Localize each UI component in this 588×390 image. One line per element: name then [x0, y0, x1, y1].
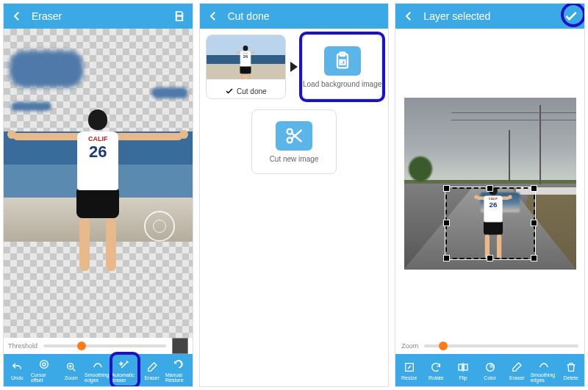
tool-resize[interactable]: Resize: [395, 354, 423, 386]
threshold-row: Threshold: [4, 338, 193, 354]
svg-point-7: [287, 129, 293, 134]
bottom-toolbar: Resize Rotate Flip Color Eraser Smoothin…: [395, 354, 584, 386]
bottom-row: Cut new image: [251, 109, 337, 174]
edited-photo: CALIF 26: [4, 29, 193, 338]
panel-eraser: Eraser CALIF 26: [3, 3, 193, 387]
tool-zoom[interactable]: Zoom: [57, 354, 85, 386]
svg-point-1: [40, 361, 49, 369]
tool-label: Color: [484, 375, 496, 380]
cursor-offset-icon: [37, 358, 51, 371]
tool-automatic-eraser[interactable]: Automatic eraser: [112, 354, 139, 386]
svg-point-0: [43, 363, 46, 366]
undo-icon: [10, 361, 24, 374]
eraser-icon: [146, 361, 159, 374]
smoothing-icon: [537, 358, 551, 371]
tool-smoothing-edges[interactable]: Smoothing edges: [85, 354, 112, 386]
cut-done-label: Cut done: [237, 87, 267, 95]
canvas[interactable]: CALIF26: [395, 29, 584, 338]
resize-handle[interactable]: [531, 185, 537, 192]
tool-eraser[interactable]: Eraser: [503, 354, 531, 386]
tutorial-highlight: [561, 3, 585, 27]
zoom-row: Zoom: [395, 338, 584, 354]
tool-undo[interactable]: Undo: [4, 354, 31, 386]
svg-rect-11: [464, 364, 467, 370]
threshold-slider[interactable]: [43, 344, 166, 347]
flip-icon: [456, 361, 470, 374]
scissors-icon: [276, 121, 312, 151]
tool-label: Smoothing edges: [85, 372, 112, 383]
save-icon[interactable]: [172, 9, 187, 24]
color-icon: [484, 361, 497, 374]
threshold-label: Threshold: [8, 342, 37, 350]
back-icon[interactable]: [206, 9, 220, 24]
tool-flip[interactable]: Flip: [450, 354, 477, 386]
resize-handle[interactable]: [531, 255, 537, 261]
tool-label: Flip: [459, 375, 467, 380]
cut-new-label: Cut new image: [270, 155, 319, 163]
zoom-slider[interactable]: [424, 344, 578, 347]
tutorial-highlight: [299, 32, 385, 102]
resize-handle[interactable]: [443, 255, 450, 261]
topbar-title: Cut done: [228, 10, 383, 22]
topbar: Layer selected: [395, 4, 584, 29]
zoom-label: Zoom: [401, 342, 418, 350]
tool-label: Cursor offset: [31, 372, 58, 383]
tool-label: Smoothing edges: [531, 372, 558, 383]
top-row: CALIF26 Cut done Load backg: [206, 35, 383, 99]
tool-label: Rotate: [429, 375, 444, 380]
tool-color[interactable]: Color: [476, 354, 503, 386]
rotate-icon: [429, 361, 442, 374]
tool-label: Eraser: [509, 375, 525, 380]
cut-done-card[interactable]: CALIF26 Cut done: [206, 35, 286, 99]
cut-thumbnail: CALIF26: [207, 35, 285, 79]
content: CALIF26: [395, 29, 584, 354]
cut-done-label-row: Cut done: [222, 84, 270, 98]
topbar: Cut done: [200, 4, 389, 29]
preview-thumbnail[interactable]: [172, 338, 188, 354]
resize-handle[interactable]: [487, 185, 493, 192]
bottom-toolbar: Undo Cursor offset Zoom Smoothing edges …: [4, 354, 193, 386]
svg-point-8: [287, 137, 293, 142]
resize-handle[interactable]: [443, 185, 450, 192]
tool-eraser[interactable]: Eraser: [138, 354, 165, 386]
tool-label: Resize: [401, 375, 417, 380]
panel-cut-done: Cut done CALIF26 Cut done: [199, 3, 390, 387]
cursor-target-icon: [144, 211, 175, 242]
canvas[interactable]: CALIF 26: [4, 29, 193, 338]
content: CALIF26 Cut done Load backg: [200, 29, 389, 386]
subject-person: CALIF 26: [28, 109, 168, 293]
selection-box[interactable]: [445, 187, 535, 259]
tool-label: Undo: [11, 375, 24, 380]
topbar-title: Layer selected: [423, 10, 556, 22]
tool-label: Eraser: [144, 375, 159, 380]
smoothing-icon: [91, 358, 104, 371]
resize-icon: [403, 361, 416, 374]
tool-label: Zoom: [65, 375, 78, 380]
tool-smoothing-edges[interactable]: Smoothing edges: [531, 354, 558, 386]
panel-layer-selected: Layer selected CALIF26: [395, 3, 585, 387]
three-panel-tutorial: Eraser CALIF 26: [0, 0, 588, 390]
tool-rotate[interactable]: Rotate: [423, 354, 450, 386]
resize-handle[interactable]: [531, 220, 537, 226]
composite-photo: CALIF26: [404, 98, 576, 270]
back-icon[interactable]: [10, 9, 24, 24]
jersey-number: 26: [77, 143, 118, 161]
arrow-right-icon: [290, 62, 298, 72]
back-icon[interactable]: [401, 9, 416, 24]
resize-handle[interactable]: [443, 220, 450, 226]
load-background-card[interactable]: Load background image: [302, 35, 382, 99]
topbar-title: Eraser: [32, 10, 165, 22]
tool-delete[interactable]: Delete: [557, 354, 584, 386]
tool-cursor-offset[interactable]: Cursor offset: [31, 354, 58, 386]
tool-label: Delete: [564, 375, 578, 380]
tool-manual-restore[interactable]: Manual Restore: [165, 354, 193, 386]
topbar: Eraser: [4, 4, 193, 29]
eraser-icon: [510, 361, 523, 374]
svg-rect-10: [459, 364, 462, 370]
trash-icon: [564, 361, 578, 374]
restore-icon: [172, 358, 185, 371]
resize-handle[interactable]: [487, 255, 493, 261]
cut-new-image-card[interactable]: Cut new image: [251, 109, 337, 174]
check-icon: [225, 87, 234, 95]
tool-label: Manual Restore: [165, 372, 193, 383]
